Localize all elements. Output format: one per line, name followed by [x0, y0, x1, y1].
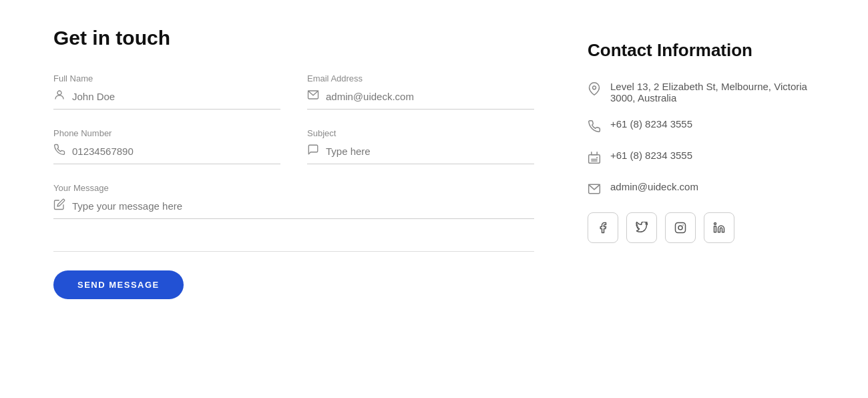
phone-input[interactable] [72, 146, 280, 157]
message-icon [307, 144, 319, 158]
full-name-field: Full Name [53, 73, 280, 110]
full-name-input-row [53, 89, 280, 110]
phone-input-row [53, 144, 280, 164]
contact-email-icon [588, 182, 601, 198]
phone-field: Phone Number [53, 128, 280, 164]
svg-point-12 [714, 223, 716, 225]
phone-label: Phone Number [53, 128, 280, 138]
edit-icon [53, 198, 65, 213]
message-label: Your Message [53, 183, 534, 193]
email-contact-item: admin@uideck.com [588, 181, 815, 198]
address-item: Level 13, 2 Elizabeth St, Melbourne, Vic… [588, 81, 815, 104]
twitter-button[interactable] [626, 212, 657, 243]
instagram-button[interactable] [665, 212, 696, 243]
subject-input[interactable] [326, 146, 534, 157]
full-name-label: Full Name [53, 73, 280, 83]
page-wrapper: Get in touch Full Name Email Addre [53, 27, 815, 299]
send-message-button[interactable]: SEND MESSAGE [53, 270, 184, 299]
email-icon [307, 89, 319, 104]
email-field: Email Address [307, 73, 534, 110]
svg-point-2 [593, 86, 596, 89]
email-input-row [307, 89, 534, 110]
phone1-text: +61 (8) 8234 3555 [610, 118, 692, 130]
phone-icon [53, 144, 65, 158]
facebook-button[interactable] [588, 212, 618, 243]
fax-icon [588, 151, 601, 166]
phone2-text: +61 (8) 8234 3555 [610, 150, 692, 161]
message-input-row [53, 198, 534, 219]
phone1-icon [588, 120, 601, 135]
svg-rect-8 [676, 223, 686, 233]
message-field: Your Message [53, 183, 534, 219]
page-title: Get in touch [53, 27, 534, 49]
full-name-input[interactable] [72, 91, 280, 102]
form-divider [53, 251, 534, 252]
contact-info-title: Contact Information [588, 40, 815, 61]
subject-input-row [307, 144, 534, 164]
svg-point-9 [678, 226, 682, 230]
message-input[interactable] [72, 200, 534, 212]
svg-point-0 [57, 91, 61, 95]
social-row [588, 212, 815, 243]
phone2-item: +61 (8) 8234 3555 [588, 150, 815, 166]
address-text: Level 13, 2 Elizabeth St, Melbourne, Vic… [610, 81, 815, 104]
contact-email-text: admin@uideck.com [610, 181, 698, 192]
phone1-item: +61 (8) 8234 3555 [588, 118, 815, 135]
person-icon [53, 89, 65, 104]
email-input[interactable] [326, 91, 534, 102]
location-icon [588, 82, 601, 97]
contact-form-section: Get in touch Full Name Email Addre [53, 27, 534, 299]
svg-point-10 [682, 224, 684, 226]
email-label: Email Address [307, 73, 534, 83]
linkedin-button[interactable] [704, 212, 734, 243]
contact-info-section: Contact Information Level 13, 2 Elizabet… [588, 27, 815, 299]
form-grid: Full Name Email Address [53, 73, 534, 238]
svg-rect-11 [714, 226, 716, 232]
subject-label: Subject [307, 128, 534, 138]
subject-field: Subject [307, 128, 534, 164]
